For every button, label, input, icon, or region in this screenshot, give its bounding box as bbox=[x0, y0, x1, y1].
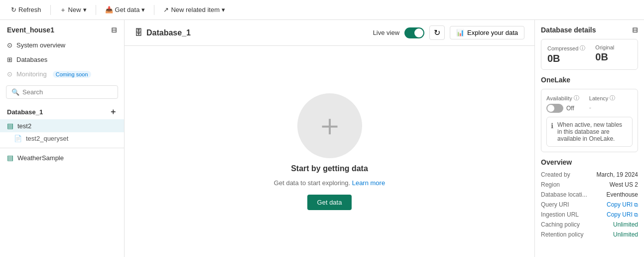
availability-info-icon: ⓘ bbox=[574, 94, 579, 102]
new-label: New bbox=[68, 6, 81, 13]
monitoring-icon: ⊙ bbox=[7, 70, 12, 78]
get-data-icon: 📥 bbox=[105, 6, 113, 13]
database-title-icon: 🗄 bbox=[134, 28, 142, 37]
test2-queryset-label: test2_queryset bbox=[26, 135, 68, 142]
database-section-label: Database_1 bbox=[7, 108, 43, 116]
test2-icon: ▤ bbox=[7, 122, 13, 130]
overview-row-retention-policy: Retention policy Unlimited bbox=[541, 231, 638, 238]
query-uri-key: Query URI bbox=[541, 201, 569, 208]
overview-section: Overview Created by March, 19 2024 Regio… bbox=[541, 158, 638, 238]
sidebar-item-databases[interactable]: ⊞ Databases bbox=[0, 52, 124, 67]
empty-state: ＋ Start by getting data Get data to star… bbox=[125, 46, 534, 257]
region-key: Region bbox=[541, 181, 560, 188]
sidebar-item-weather-sample[interactable]: ▤ WeatherSample bbox=[0, 151, 124, 164]
main-layout: Event_house1 ⊟ ⊙ System overview ⊞ Datab… bbox=[0, 20, 644, 257]
caching-policy-value: Unlimited bbox=[613, 221, 638, 228]
overview-row-ingestion-url: Ingestion URL Copy URI ⧉ bbox=[541, 211, 638, 218]
toolbar-separator-3 bbox=[154, 5, 154, 15]
content-area: 🗄 Database_1 Live view ↻ 📊 Explore your … bbox=[125, 20, 534, 257]
toolbar: ↻ Refresh ＋ New ▾ 📥 Get data ▾ ↗ New rel… bbox=[0, 0, 644, 20]
toolbar-separator-2 bbox=[96, 5, 96, 15]
refresh-icon-2: ↻ bbox=[434, 28, 440, 37]
sidebar: Event_house1 ⊟ ⊙ System overview ⊞ Datab… bbox=[0, 20, 125, 257]
ingestion-url-key: Ingestion URL bbox=[541, 211, 579, 218]
latency-label: Latency ⓘ bbox=[589, 94, 616, 102]
overview-title: Overview bbox=[541, 158, 638, 166]
new-button[interactable]: ＋ New ▾ bbox=[55, 3, 92, 16]
refresh-button[interactable]: ↻ Refresh bbox=[6, 4, 46, 15]
overview-row-caching-policy: Caching policy Unlimited bbox=[541, 221, 638, 228]
original-metric: Original 0B bbox=[595, 44, 614, 64]
chevron-down-icon-3: ▾ bbox=[222, 6, 225, 13]
sidebar-item-monitoring[interactable]: ⊙ Monitoring Coming soon bbox=[0, 67, 124, 81]
learn-more-link[interactable]: Learn more bbox=[352, 179, 385, 187]
db-location-key: Database locati... bbox=[541, 191, 587, 198]
query-uri-copy-icon: ⧉ bbox=[634, 202, 638, 208]
latency-value: - bbox=[589, 104, 616, 111]
right-panel: Database details ⊟ Compressed ⓘ 0B Origi… bbox=[534, 20, 644, 257]
sidebar-db-header: Database_1 ＋ bbox=[0, 103, 124, 119]
db-details-title: Database details bbox=[541, 26, 596, 34]
new-related-item-button[interactable]: ↗ New related item ▾ bbox=[158, 4, 230, 15]
add-db-item-icon[interactable]: ＋ bbox=[109, 107, 117, 117]
db-location-value: Eventhouse bbox=[607, 191, 638, 198]
sidebar-item-test2-queryset[interactable]: 📄 test2_queryset bbox=[0, 132, 124, 145]
plus-large-icon: ＋ bbox=[315, 105, 345, 146]
sidebar-header: Event_house1 ⊟ bbox=[0, 20, 124, 38]
content-header-actions: Live view ↻ 📊 Explore your data bbox=[373, 25, 524, 40]
availability-toggle-row: Off bbox=[546, 104, 579, 113]
live-view-toggle[interactable] bbox=[404, 27, 424, 38]
search-input[interactable] bbox=[22, 88, 113, 96]
weather-sample-icon: ▤ bbox=[7, 154, 13, 162]
get-data-main-button[interactable]: Get data bbox=[307, 195, 352, 210]
refresh-icon: ↻ bbox=[11, 6, 16, 13]
search-icon: 🔍 bbox=[11, 88, 19, 96]
refresh-label: Refresh bbox=[18, 6, 41, 13]
compressed-label: Compressed ⓘ bbox=[547, 44, 585, 52]
onelake-labels-row: Availability ⓘ Off Latency ⓘ - bbox=[546, 94, 633, 113]
sidebar-divider bbox=[0, 148, 124, 148]
onelake-info-card: ℹ When active, new tables in this databa… bbox=[546, 117, 633, 147]
ingestion-url-value[interactable]: Copy URI ⧉ bbox=[607, 211, 638, 218]
explore-label: Explore your data bbox=[467, 29, 518, 36]
query-uri-value[interactable]: Copy URI ⧉ bbox=[607, 201, 638, 208]
sidebar-search-container: 🔍 bbox=[6, 85, 118, 99]
overview-row-db-location: Database locati... Eventhouse bbox=[541, 191, 638, 198]
created-by-key: Created by bbox=[541, 171, 570, 178]
metrics-row: Compressed ⓘ 0B Original 0B bbox=[547, 44, 632, 64]
content-refresh-button[interactable]: ↻ bbox=[429, 25, 445, 40]
sidebar-expand-icon[interactable]: ⊟ bbox=[111, 26, 117, 34]
onelake-availability-toggle[interactable] bbox=[546, 104, 563, 113]
empty-state-subtitle: Get data to start exploring. Learn more bbox=[274, 179, 385, 187]
db-metrics-card: Compressed ⓘ 0B Original 0B bbox=[541, 39, 638, 70]
onelake-info-text: When active, new tables in this database… bbox=[557, 121, 628, 142]
empty-subtitle-text: Get data to start exploring. bbox=[274, 179, 350, 187]
explore-your-data-button[interactable]: 📊 Explore your data bbox=[450, 26, 524, 39]
system-overview-icon: ⊙ bbox=[7, 41, 12, 49]
retention-policy-value: Unlimited bbox=[613, 231, 638, 238]
new-related-item-label: New related item bbox=[171, 6, 220, 13]
panel-expand-icon[interactable]: ⊟ bbox=[632, 26, 638, 34]
sidebar-item-test2[interactable]: ▤ test2 bbox=[0, 119, 124, 132]
onelake-title: OneLake bbox=[541, 76, 638, 84]
latency-info-icon: ⓘ bbox=[610, 94, 615, 102]
compressed-info-icon: ⓘ bbox=[580, 44, 585, 52]
databases-label: Databases bbox=[16, 56, 47, 63]
toolbar-separator-1 bbox=[50, 5, 51, 15]
explore-icon: 📊 bbox=[456, 29, 464, 36]
availability-col: Availability ⓘ Off bbox=[546, 94, 579, 113]
compressed-metric: Compressed ⓘ 0B bbox=[547, 44, 585, 64]
content-title-container: 🗄 Database_1 bbox=[134, 28, 191, 37]
created-by-value: March, 19 2024 bbox=[597, 171, 638, 178]
availability-label: Availability ⓘ bbox=[546, 94, 579, 102]
plus-icon: ＋ bbox=[60, 5, 66, 14]
availability-state: Off bbox=[566, 105, 574, 112]
latency-col: Latency ⓘ - bbox=[589, 94, 616, 113]
get-data-button[interactable]: 📥 Get data ▾ bbox=[100, 4, 150, 15]
original-value: 0B bbox=[595, 51, 614, 63]
databases-icon: ⊞ bbox=[7, 56, 12, 63]
monitoring-label: Monitoring bbox=[16, 70, 47, 78]
get-data-label: Get data bbox=[115, 6, 140, 13]
sidebar-item-system-overview[interactable]: ⊙ System overview bbox=[0, 38, 124, 52]
event-house-title: Event_house1 bbox=[7, 26, 54, 34]
